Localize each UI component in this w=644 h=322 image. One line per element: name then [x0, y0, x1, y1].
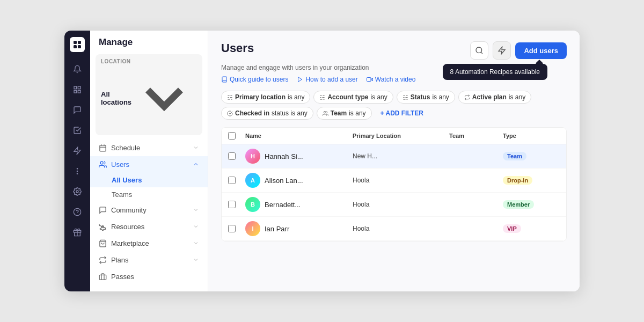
rail-bolt-icon[interactable] [69, 142, 86, 159]
col-name: Name [245, 132, 353, 140]
filter-bar: Primary location is any Account type is … [221, 91, 567, 120]
row-checkbox[interactable] [228, 177, 236, 184]
svg-rect-1 [78, 41, 81, 44]
sidebar-title: Manage [90, 37, 208, 54]
sidebar-item-community[interactable]: Community [90, 202, 208, 218]
chevron-down-icon [193, 207, 199, 213]
search-icon [475, 46, 484, 55]
add-users-button[interactable]: Add users [515, 42, 567, 59]
svg-rect-2 [74, 45, 77, 48]
location-selector[interactable]: LOCATION All locations [96, 54, 202, 135]
filter-team[interactable]: Team is any [317, 107, 372, 120]
sidebar-item-passes-label: Passes [111, 273, 134, 281]
main-content: Users 8 Automation Recipes available Add… [208, 31, 580, 291]
svg-rect-4 [74, 86, 77, 89]
sidebar-item-all-users[interactable]: All Users [90, 173, 208, 187]
rail-settings-icon[interactable] [69, 183, 86, 200]
how-to-add-link[interactable]: How to add a user [297, 76, 357, 83]
sidebar-item-marketplace-label: Marketplace [111, 239, 149, 247]
users-small-icon [323, 111, 328, 116]
sidebar-item-users-label: Users [111, 160, 129, 169]
rail-grid-icon[interactable] [69, 81, 86, 98]
select-all-checkbox[interactable] [228, 132, 236, 140]
data-table: Name Primary location Team Type Status J… [221, 127, 567, 241]
rail-help-icon[interactable] [69, 203, 86, 221]
page-header: Users 8 Automation Recipes available Add… [221, 41, 567, 60]
rail-chat-icon[interactable] [69, 101, 86, 119]
filter-primary-location[interactable]: Primary location is any [221, 91, 310, 104]
chevron-down-icon [193, 144, 199, 151]
bolt-icon [497, 46, 506, 55]
sidebar-item-resources[interactable]: Resources [90, 218, 208, 235]
sidebar-item-schedule[interactable]: Schedule [90, 140, 208, 156]
rail-bell-icon[interactable] [69, 61, 86, 78]
filter-checked-in[interactable]: Checked in status is any [221, 107, 313, 120]
users-submenu: All Users Teams [90, 173, 208, 202]
icon-rail [64, 31, 90, 291]
sidebar: Manage LOCATION All locations Schedule U… [90, 31, 208, 291]
chevron-down-icon [193, 257, 199, 263]
table-header: Name Primary location Team Type Status J… [222, 128, 566, 144]
user-name: Ian Parr [265, 225, 289, 233]
sidebar-item-resources-label: Resources [111, 223, 144, 231]
user-name: Hannah Si... [265, 152, 303, 160]
rail-dots-icon[interactable] [69, 163, 86, 180]
location-cell: Hoola [353, 177, 449, 184]
resources-icon [99, 223, 107, 231]
user-cell: B Bernadett... [245, 197, 353, 212]
quick-guide-link[interactable]: Quick guide to users [221, 76, 288, 83]
type-badge: Member [503, 200, 567, 209]
user-name: Bernadett... [265, 201, 301, 209]
svg-marker-29 [371, 78, 373, 81]
avatar: B [245, 197, 260, 212]
add-filter-button[interactable]: + ADD FILTER [375, 107, 429, 120]
chevron-down-icon [193, 223, 199, 230]
table-row: I Ian Parr Hoola VIP Active Dec 4, 2021 [222, 217, 566, 241]
row-checkbox[interactable] [228, 201, 236, 208]
refresh-icon [464, 94, 470, 100]
filter-active-plan[interactable]: Active plan is any [458, 91, 531, 104]
sidebar-item-plans-label: Plans [111, 256, 129, 264]
filter-account-type[interactable]: Account type is any [313, 91, 393, 104]
content-area: Users 8 Automation Recipes available Add… [208, 31, 580, 291]
type-badge: Team [503, 152, 567, 160]
location-cell: New H... [353, 152, 449, 160]
row-checkbox[interactable] [228, 152, 236, 160]
svg-line-26 [481, 52, 483, 54]
sidebar-item-schedule-label: Schedule [111, 144, 140, 152]
rail-check-icon[interactable] [69, 122, 86, 139]
marketplace-icon [99, 239, 107, 247]
sidebar-item-users[interactable]: Users [90, 156, 208, 173]
app-window: Manage LOCATION All locations Schedule U… [64, 31, 580, 291]
svg-rect-3 [78, 45, 81, 48]
col-team: Team [449, 132, 503, 140]
chevron-up-icon [193, 161, 199, 167]
table-row: A Alison Lan... Hoola Drop-in Active Dec… [222, 169, 566, 193]
table-row: H Hannah Si... New H... Team Active Dec … [222, 144, 566, 169]
sidebar-item-teams[interactable]: Teams [90, 187, 208, 202]
type-badge: VIP [503, 224, 567, 233]
logo[interactable] [70, 37, 85, 52]
sidebar-item-passes[interactable]: Passes [90, 268, 208, 285]
svg-marker-8 [74, 147, 80, 154]
col-type: Type [503, 132, 567, 140]
filter-status[interactable]: Status is any [397, 91, 455, 104]
search-button[interactable] [470, 41, 488, 60]
svg-rect-5 [78, 86, 80, 89]
sidebar-item-marketplace[interactable]: Marketplace [90, 235, 208, 252]
svg-marker-27 [499, 47, 505, 54]
row-checkbox[interactable] [228, 225, 236, 232]
svg-rect-7 [74, 90, 77, 93]
play-icon [297, 76, 303, 83]
video-icon [367, 76, 373, 83]
automation-button[interactable] [493, 41, 511, 60]
col-location: Primary location [353, 132, 449, 140]
location-cell: Hoola [353, 201, 449, 208]
watch-video-link[interactable]: Watch a video [367, 76, 416, 83]
rail-gift-icon[interactable] [69, 224, 86, 241]
sidebar-item-plans[interactable]: Plans [90, 252, 208, 268]
chevron-down-icon [131, 65, 197, 131]
user-cell: I Ian Parr [245, 221, 353, 236]
avatar: A [245, 173, 260, 188]
svg-rect-17 [100, 145, 106, 151]
